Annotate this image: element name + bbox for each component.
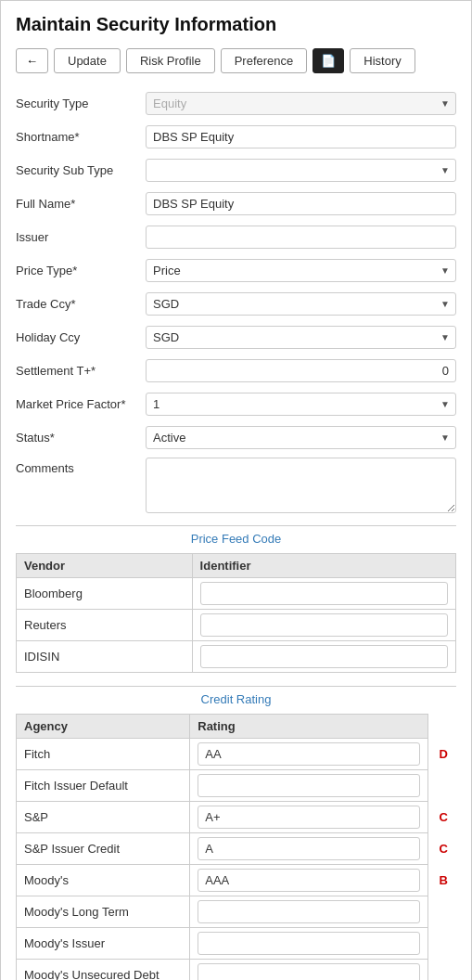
security-type-row: Security Type Equity ▼ xyxy=(16,90,456,116)
holiday-ccy-select[interactable]: SGD xyxy=(146,326,456,349)
market-price-factor-row: Market Price Factor* 1 ▼ xyxy=(16,391,456,417)
trade-ccy-row: Trade Ccy* SGD ▼ xyxy=(16,290,456,316)
price-feed-identifier-input-0[interactable] xyxy=(200,582,448,605)
preference-button[interactable]: Preference xyxy=(221,48,308,73)
price-feed-identifier-cell xyxy=(192,641,455,673)
price-feed-identifier-cell xyxy=(192,610,455,641)
credit-rating-row: Moody's B xyxy=(17,865,456,896)
shortname-input[interactable] xyxy=(146,125,456,148)
page-container: Maintain Security Information ← Update R… xyxy=(0,0,472,980)
credit-rating-input-1[interactable] xyxy=(198,774,419,797)
history-button[interactable]: History xyxy=(350,48,415,73)
price-type-label: Price Type* xyxy=(16,264,146,277)
rating-badge: B xyxy=(436,873,448,887)
price-feed-vendor-header: Vendor xyxy=(17,554,193,578)
settlement-control xyxy=(146,359,456,382)
credit-rating-badge-cell xyxy=(427,770,455,802)
full-name-row: Full Name* xyxy=(16,190,456,216)
credit-rating-rating-header: Rating xyxy=(190,715,427,739)
price-feed-divider xyxy=(16,525,456,526)
credit-rating-badge-cell xyxy=(427,960,455,981)
credit-rating-agency-cell: Moody's Long Term xyxy=(17,896,190,928)
settlement-row: Settlement T+* xyxy=(16,357,456,383)
credit-rating-input-2[interactable] xyxy=(198,806,419,829)
status-select-wrap: Active ▼ xyxy=(146,426,456,449)
back-button[interactable]: ← xyxy=(16,48,48,73)
price-feed-identifier-input-1[interactable] xyxy=(200,613,448,637)
price-type-row: Price Type* Price ▼ xyxy=(16,257,456,283)
credit-rating-input-4[interactable] xyxy=(198,869,419,892)
price-type-select[interactable]: Price xyxy=(146,259,456,282)
market-price-factor-control: 1 ▼ xyxy=(146,393,456,416)
credit-rating-rating-cell xyxy=(190,865,427,896)
credit-rating-row: Moody's Issuer xyxy=(17,928,456,960)
price-feed-identifier-input-2[interactable] xyxy=(200,645,448,668)
price-feed-identifier-header: Identifier xyxy=(192,554,455,578)
security-sub-type-select-wrap: ▼ xyxy=(146,159,456,182)
price-feed-vendor-cell: Bloomberg xyxy=(17,578,193,610)
full-name-input[interactable] xyxy=(146,192,456,215)
credit-rating-agency-cell: Fitch Issuer Default xyxy=(17,770,190,802)
price-feed-identifier-cell xyxy=(192,578,455,610)
security-type-label: Security Type xyxy=(16,97,146,110)
credit-rating-badge-cell xyxy=(427,928,455,960)
update-button[interactable]: Update xyxy=(54,48,121,73)
price-type-control: Price ▼ xyxy=(146,259,456,282)
risk-profile-button[interactable]: Risk Profile xyxy=(126,48,215,73)
security-sub-type-row: Security Sub Type ▼ xyxy=(16,157,456,183)
market-price-factor-select[interactable]: 1 xyxy=(146,393,456,416)
credit-rating-agency-cell: Moody's xyxy=(17,865,190,896)
toolbar: ← Update Risk Profile Preference 📄 Histo… xyxy=(16,48,456,73)
credit-rating-rating-cell xyxy=(190,802,427,833)
full-name-control xyxy=(146,192,456,215)
holiday-ccy-label: Holiday Ccy xyxy=(16,330,146,344)
security-type-select-wrap: Equity ▼ xyxy=(146,92,456,115)
security-sub-type-label: Security Sub Type xyxy=(16,163,146,177)
price-type-select-wrap: Price ▼ xyxy=(146,259,456,282)
trade-ccy-select-wrap: SGD ▼ xyxy=(146,292,456,316)
credit-rating-input-3[interactable] xyxy=(198,837,419,860)
page-title: Maintain Security Information xyxy=(16,14,456,35)
credit-rating-rating-cell xyxy=(190,960,427,981)
price-feed-title: Price Feed Code xyxy=(16,532,456,546)
security-type-select[interactable]: Equity xyxy=(146,92,456,115)
credit-rating-input-5[interactable] xyxy=(198,900,419,923)
credit-rating-row: S&P C xyxy=(17,802,456,833)
credit-rating-row: S&P Issuer Credit C xyxy=(17,833,456,865)
credit-rating-divider xyxy=(16,686,456,687)
credit-rating-badge-cell xyxy=(427,896,455,928)
settlement-input[interactable] xyxy=(146,359,456,382)
credit-rating-agency-cell: S&P xyxy=(17,802,190,833)
holiday-ccy-select-wrap: SGD ▼ xyxy=(146,326,456,349)
credit-rating-table: Agency Rating Fitch D Fitch Issuer Defau… xyxy=(16,714,456,980)
trade-ccy-select[interactable]: SGD xyxy=(146,292,456,316)
price-feed-vendor-cell: Reuters xyxy=(17,610,193,641)
security-sub-type-select[interactable] xyxy=(146,159,456,182)
credit-rating-row: Fitch D xyxy=(17,739,456,770)
trade-ccy-label: Trade Ccy* xyxy=(16,297,146,311)
holiday-ccy-row: Holiday Ccy SGD ▼ xyxy=(16,324,456,350)
credit-rating-row: Moody's Long Term xyxy=(17,896,456,928)
status-select[interactable]: Active xyxy=(146,426,456,449)
credit-rating-agency-header: Agency xyxy=(17,715,190,739)
status-row: Status* Active ▼ xyxy=(16,424,456,450)
status-control: Active ▼ xyxy=(146,426,456,449)
credit-rating-input-6[interactable] xyxy=(198,932,419,955)
credit-rating-badge-cell: D xyxy=(427,739,455,770)
credit-rating-rating-cell xyxy=(190,928,427,960)
credit-rating-input-0[interactable] xyxy=(198,742,419,766)
document-button[interactable]: 📄 xyxy=(313,48,344,73)
price-feed-vendor-cell: IDISIN xyxy=(17,641,193,673)
issuer-row: Issuer xyxy=(16,224,456,250)
trade-ccy-control: SGD ▼ xyxy=(146,292,456,316)
comments-label: Comments xyxy=(16,458,146,475)
credit-rating-input-7[interactable] xyxy=(198,963,419,980)
credit-rating-agency-cell: Moody's Unsecured Debt xyxy=(17,960,190,981)
credit-rating-rating-cell xyxy=(190,833,427,865)
issuer-input[interactable] xyxy=(146,226,456,249)
comments-textarea[interactable] xyxy=(146,458,456,513)
document-icon: 📄 xyxy=(321,54,336,68)
shortname-control xyxy=(146,125,456,148)
credit-rating-badge-cell: B xyxy=(427,865,455,896)
credit-rating-rating-cell xyxy=(190,896,427,928)
